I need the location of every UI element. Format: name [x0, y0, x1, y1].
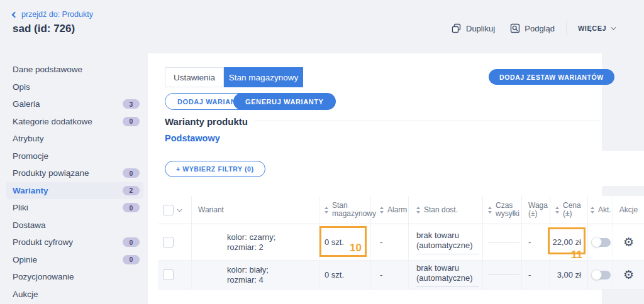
back-link-label: przejdź do: Produkty — [21, 10, 93, 19]
sidebar-item-produkty-powiazane[interactable]: Produkty powiązane 0 — [6, 165, 143, 182]
sidebar-item-atrybuty[interactable]: Atrybuty — [6, 130, 143, 148]
sort-icon[interactable] — [416, 207, 420, 214]
sort-icon[interactable] — [555, 207, 559, 214]
more-button[interactable]: WIĘCEJ — [578, 24, 614, 32]
more-label: WIĘCEJ — [578, 24, 606, 32]
count-badge: 0 — [123, 168, 140, 178]
back-to-products-link[interactable]: przejdź do: Produkty — [13, 10, 93, 19]
count-badge: 0 — [123, 255, 140, 264]
column-header-weight: Waga (±) — [522, 196, 550, 224]
active-toggle[interactable] — [592, 271, 611, 280]
count-badge: 0 — [123, 203, 140, 212]
column-header-price[interactable]: Cena (±) — [550, 196, 588, 224]
sidebar-item-opis[interactable]: Opis — [6, 79, 143, 96]
annotation-number: 10 — [350, 242, 362, 254]
sidebar-item-pliki[interactable]: Pliki 0 — [6, 199, 143, 217]
sidebar-item-label: Galeria — [13, 99, 40, 109]
alarm-cell: - — [371, 224, 409, 260]
shipping-time-cell[interactable] — [483, 261, 522, 289]
sidebar-item-aukcje[interactable]: Aukcje — [6, 286, 143, 303]
variant-group-link[interactable]: Podstawowy — [165, 133, 220, 143]
sidebar: Dane podstawowe Opis Galeria 3 Kategorie… — [0, 61, 148, 303]
sidebar-item-label: Pliki — [13, 203, 28, 212]
price-cell[interactable]: 3,00 zł — [550, 261, 588, 289]
availability-cell[interactable]: brak towaru(automatyczne) — [409, 224, 483, 260]
page-title: sad (id: 726) — [13, 23, 75, 35]
sidebar-item-dane-podstawowe[interactable]: Dane podstawowe — [6, 61, 143, 79]
sort-icon[interactable] — [325, 207, 328, 214]
count-badge: 3 — [123, 99, 140, 109]
actions-cell: ⚙ — [613, 224, 644, 260]
section-divider — [254, 121, 601, 121]
availability-cell[interactable]: brak towaru(automatyczne) — [409, 261, 483, 289]
choose-filters-button[interactable]: + WYBIERZ FILTRY (0) — [165, 161, 265, 177]
count-badge: 0 — [123, 237, 140, 247]
sort-icon[interactable] — [488, 207, 492, 214]
sidebar-item-label: Dane podstawowe — [13, 65, 82, 74]
select-all-checkbox[interactable] — [163, 205, 174, 215]
panel-extension — [602, 151, 644, 186]
generate-variants-button[interactable]: GENERUJ WARIANTY — [233, 93, 336, 110]
sidebar-item-label: Opis — [13, 82, 30, 92]
annotation-number: 11 — [571, 249, 582, 261]
empty-input-line[interactable] — [488, 274, 519, 275]
sidebar-item-promocje[interactable]: Promocje — [6, 148, 143, 165]
actions-cell: ⚙ — [613, 261, 644, 289]
duplicate-icon — [452, 23, 462, 33]
preview-button[interactable]: Podgląd — [510, 23, 555, 33]
section-title: Warianty produktu — [165, 116, 248, 127]
shipping-time-cell[interactable] — [483, 224, 522, 260]
variant-cell: kolor: biały;rozmiar: 4 — [192, 261, 319, 289]
active-toggle[interactable] — [592, 238, 611, 247]
select-dropdown-icon[interactable] — [177, 207, 182, 212]
sort-icon[interactable] — [380, 207, 384, 214]
sidebar-item-label: Produkt cyfrowy — [13, 237, 73, 247]
variant-cell: kolor: czarny;rozmiar: 2 — [192, 224, 319, 260]
sidebar-item-label: Aukcje — [13, 290, 38, 299]
sidebar-item-label: Dostawa — [13, 220, 46, 230]
annotation-box-10: 10 — [319, 226, 367, 257]
active-cell — [588, 224, 613, 260]
add-variant-set-button[interactable]: DODAJ ZESTAW WARIANTÓW — [489, 69, 614, 85]
sidebar-item-opinie[interactable]: Opinie 0 — [6, 251, 143, 269]
header-actions: Duplikuj Podgląd WIĘCEJ — [452, 21, 614, 35]
duplicate-label: Duplikuj — [466, 24, 495, 33]
chevron-left-icon — [12, 11, 18, 18]
sidebar-item-label: Pozycjonowanie — [13, 272, 74, 281]
sidebar-item-pozycjonowanie[interactable]: Pozycjonowanie — [6, 268, 143, 286]
count-badge: 2 — [123, 186, 140, 195]
active-cell — [588, 261, 613, 289]
preview-icon — [510, 23, 520, 33]
column-header-availability[interactable]: Stan dost. — [409, 196, 483, 224]
column-header-stock[interactable]: Stan magazynowy — [319, 196, 371, 224]
sidebar-item-produkt-cyfrowy[interactable]: Produkt cyfrowy 0 — [6, 234, 143, 251]
gear-icon[interactable]: ⚙ — [623, 269, 634, 281]
column-header-variant: Wariant — [192, 196, 319, 224]
duplicate-button[interactable]: Duplikuj — [452, 23, 495, 33]
sidebar-item-dostawa[interactable]: Dostawa — [6, 217, 143, 234]
gear-icon[interactable]: ⚙ — [623, 236, 634, 248]
product-edit-screen: przejdź do: Produkty sad (id: 726) Dupli… — [0, 0, 644, 304]
tab-ustawienia[interactable]: Ustawienia — [165, 67, 224, 87]
column-header-alarm[interactable]: Alarm — [371, 196, 409, 224]
row-checkbox[interactable] — [163, 269, 174, 280]
sort-icon[interactable] — [591, 207, 594, 214]
annotation-box-11: 11 — [548, 227, 586, 254]
sidebar-item-label: Opinie — [13, 255, 37, 264]
sidebar-item-label: Produkty powiązane — [13, 168, 89, 178]
row-checkbox[interactable] — [163, 237, 174, 247]
sidebar-item-label: Warianty — [13, 186, 48, 195]
table-row: kolor: biały;rozmiar: 4 0 szt. - brak to… — [158, 261, 644, 290]
column-header-shipping-time[interactable]: Czas wysyłki — [483, 196, 522, 224]
column-header-actions: Akcje — [613, 196, 644, 224]
stock-cell[interactable]: 0 szt. — [319, 261, 371, 289]
alarm-cell: - — [371, 261, 409, 289]
tab-stan-magazynowy[interactable]: Stan magazynowy — [224, 67, 303, 87]
sidebar-item-warianty[interactable]: Warianty 2 — [6, 182, 143, 200]
empty-input-line[interactable] — [488, 242, 519, 242]
chevron-down-icon — [611, 24, 616, 30]
sidebar-item-galeria[interactable]: Galeria 3 — [6, 95, 143, 113]
column-header-active[interactable]: Akt. — [588, 196, 613, 224]
sidebar-item-label: Promocje — [13, 151, 48, 161]
sidebar-item-kategorie-dodatkowe[interactable]: Kategorie dodatkowe 0 — [6, 113, 143, 131]
